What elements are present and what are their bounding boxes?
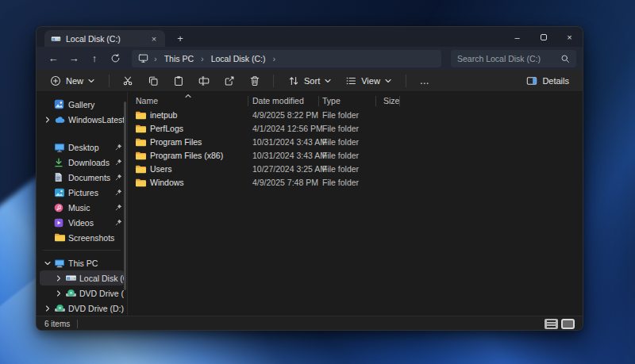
file-type: File folder — [322, 137, 359, 147]
sidebar-item-local-disk-c[interactable]: Local Disk (C:) — [40, 270, 124, 285]
search-input[interactable] — [457, 54, 560, 63]
share-button[interactable] — [218, 71, 241, 90]
cut-icon — [122, 75, 133, 86]
copy-button[interactable] — [142, 71, 164, 90]
delete-icon — [249, 75, 260, 86]
pictures-icon — [54, 188, 68, 197]
gallery-icon — [54, 99, 68, 109]
file-row-perflogs[interactable]: PerfLogs4/1/2024 12:56 PMFile folder — [128, 122, 583, 136]
minimize-button[interactable]: – — [504, 27, 530, 47]
sidebar-item-pictures[interactable]: Pictures — [40, 185, 124, 200]
sidebar-item-windowslatest[interactable]: WindowsLatest — [40, 112, 124, 127]
new-tab-button[interactable]: + — [173, 33, 187, 44]
sidebar-item-gallery[interactable]: Gallery — [40, 97, 124, 112]
file-row-windows[interactable]: Windows4/9/2025 7:48 PMFile folder — [128, 176, 583, 190]
tab-local-disk-c[interactable]: Local Disk (C:) × — [44, 30, 165, 47]
file-row-inetpub[interactable]: inetpub4/9/2025 8:22 PMFile folder — [128, 109, 583, 122]
close-button[interactable]: × — [556, 27, 583, 47]
column-header-name[interactable]: Name — [136, 96, 158, 105]
view-button[interactable]: View — [338, 73, 398, 89]
view-toggles — [545, 319, 575, 329]
status-divider — [77, 320, 78, 328]
paste-button[interactable] — [167, 71, 190, 90]
file-date-modified: 4/9/2025 7:48 PM — [252, 178, 318, 187]
forward-button[interactable]: → — [64, 49, 84, 68]
sidebar-item-videos[interactable]: Videos — [40, 215, 124, 230]
delete-button[interactable] — [244, 71, 266, 90]
rename-icon — [198, 75, 210, 86]
column-header-date-modified[interactable]: Date modified — [252, 96, 304, 105]
breadcrumb-item-this-pc[interactable]: This PC — [163, 54, 195, 63]
sidebar-item-downloads[interactable]: Downloads — [40, 155, 124, 170]
details-view-toggle[interactable] — [545, 319, 558, 329]
toolbar-separator — [109, 75, 110, 87]
sidebar-scrollbar[interactable] — [124, 102, 126, 290]
downloads-icon — [54, 158, 68, 167]
sidebar-item-this-pc[interactable]: This PC — [40, 255, 124, 270]
breadcrumb-chevron-icon[interactable]: › — [267, 54, 282, 63]
column-divider[interactable] — [375, 96, 376, 106]
documents-icon — [54, 172, 68, 182]
sort-button[interactable]: Sort — [281, 73, 338, 89]
view-icon — [345, 75, 356, 86]
chevron-right-icon[interactable] — [56, 275, 65, 282]
sidebar-item-label: Downloads — [68, 158, 114, 167]
column-divider[interactable] — [318, 96, 319, 106]
sidebar-item-dvd-drive-d[interactable]: DVD Drive (D:) — [40, 285, 124, 301]
file-name: PerfLogs — [150, 124, 183, 133]
new-button[interactable]: New — [43, 73, 102, 89]
sidebar-item-desktop[interactable]: Desktop — [40, 140, 124, 155]
file-date-modified: 10/31/2024 3:43 AM — [252, 137, 327, 147]
file-date-modified: 4/9/2025 8:22 PM — [252, 110, 318, 120]
sidebar-separator — [43, 250, 121, 251]
dvd-drive-icon — [54, 304, 68, 312]
sidebar-item-music[interactable]: Music — [40, 200, 124, 215]
sort-button-label: Sort — [304, 76, 320, 86]
folder-icon — [54, 232, 68, 243]
details-pane-button[interactable]: Details — [519, 73, 576, 89]
file-row-program-files-x86[interactable]: Program Files (x86)10/31/2024 3:43 AMFil… — [128, 149, 583, 163]
sidebar-item-label: Documents — [68, 173, 114, 182]
explorer-window: Local Disk (C:) × + – × ← → ↑ ›This PC›L… — [36, 26, 583, 331]
window-body: GalleryWindowsLatestDesktopDownloadsDocu… — [37, 92, 583, 316]
sidebar-item-screenshots[interactable]: Screenshots — [40, 230, 124, 245]
large-icons-view-toggle[interactable] — [561, 319, 575, 329]
sidebar-item-label: DVD Drive (D:) C — [68, 304, 124, 313]
rename-button[interactable] — [193, 71, 215, 90]
chevron-down-icon[interactable] — [44, 260, 54, 266]
cut-button[interactable] — [117, 71, 139, 90]
music-icon — [54, 203, 68, 213]
file-type: File folder — [322, 151, 359, 160]
column-divider[interactable] — [399, 96, 400, 106]
chevron-right-icon[interactable] — [56, 290, 65, 297]
file-row-program-files[interactable]: Program Files10/31/2024 3:43 AMFile fold… — [128, 136, 583, 149]
breadcrumb-chevron-icon[interactable]: › — [195, 54, 210, 63]
breadcrumb-chevron-icon[interactable]: › — [148, 54, 163, 63]
up-button[interactable]: ↑ — [84, 49, 105, 68]
chevron-right-icon[interactable] — [44, 117, 54, 123]
column-header-type[interactable]: Type — [322, 96, 341, 105]
column-divider[interactable] — [248, 96, 248, 106]
onedrive-cloud-icon — [54, 115, 68, 124]
tab-close-icon[interactable]: × — [148, 34, 160, 44]
sidebar-item-dvd-drive-d-c[interactable]: DVD Drive (D:) C — [40, 301, 124, 316]
chevron-down-icon — [88, 78, 94, 84]
breadcrumb-item-local-disk-c[interactable]: Local Disk (C:) — [210, 54, 267, 63]
file-name: Users — [150, 164, 171, 174]
see-more-button[interactable]: … — [414, 75, 437, 86]
sidebar-item-label: Desktop — [68, 143, 114, 152]
chevron-right-icon[interactable] — [44, 305, 54, 312]
file-date-modified: 10/27/2024 3:25 AM — [252, 164, 327, 174]
maximize-button[interactable] — [530, 27, 556, 47]
new-button-label: New — [66, 76, 83, 86]
address-bar[interactable]: ›This PC›Local Disk (C:)› — [132, 50, 441, 67]
pin-icon — [114, 144, 124, 151]
column-header-size[interactable]: Size — [383, 96, 399, 105]
search-box[interactable] — [451, 50, 576, 67]
sidebar-item-documents[interactable]: Documents — [40, 170, 124, 185]
back-button[interactable]: ← — [43, 49, 64, 68]
file-row-users[interactable]: Users10/27/2024 3:25 AMFile folder — [128, 163, 583, 176]
chevron-down-icon — [385, 78, 391, 84]
new-plus-icon — [50, 75, 61, 86]
refresh-button[interactable] — [105, 49, 125, 68]
